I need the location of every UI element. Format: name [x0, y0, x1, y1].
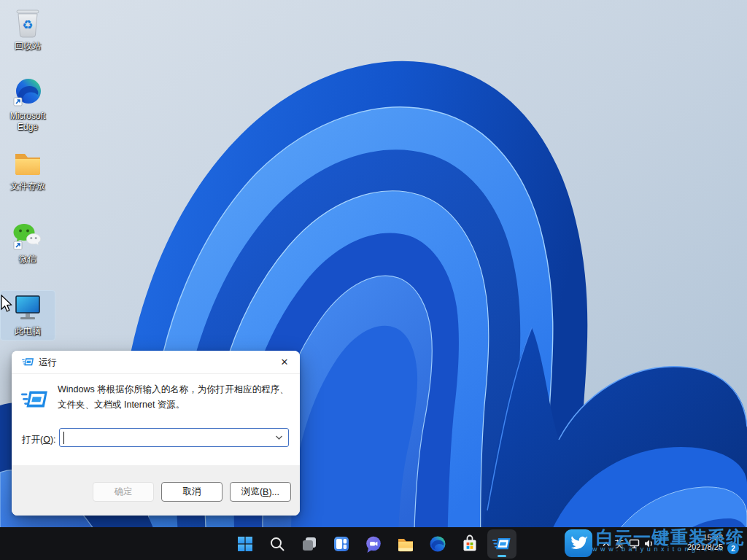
- tray-clock[interactable]: 15:33 2021/8/25: [687, 533, 723, 552]
- start-button[interactable]: [229, 527, 261, 560]
- cancel-button[interactable]: 取消: [161, 482, 222, 502]
- chevron-down-icon[interactable]: [275, 435, 283, 440]
- run-dialog-footer: 确定 取消 浏览(B)...: [12, 465, 300, 516]
- run-icon: [21, 388, 49, 411]
- desktop-icon-label: 文件存放: [1, 181, 55, 192]
- svg-text:♻: ♻: [22, 18, 33, 32]
- task-view-icon: [301, 535, 318, 553]
- search-icon: [268, 535, 286, 553]
- desktop-icon-label: 回收站: [1, 41, 55, 52]
- browse-button[interactable]: 浏览(B)...: [230, 482, 291, 502]
- wechat-icon: [11, 219, 44, 252]
- file-explorer-icon: [396, 534, 415, 553]
- run-window-icon: [22, 357, 34, 368]
- edge-icon: [428, 534, 447, 553]
- taskbar-center-icons: [229, 527, 518, 560]
- network-display-icon[interactable]: [629, 539, 641, 549]
- edge-taskbar-button[interactable]: [422, 527, 454, 560]
- ime-indicator[interactable]: 英: [615, 538, 624, 551]
- file-explorer-button[interactable]: [390, 527, 422, 560]
- tray-date: 2021/8/25: [687, 542, 723, 552]
- volume-icon[interactable]: [644, 539, 654, 548]
- desktop-icon-wechat[interactable]: 微信: [1, 219, 55, 265]
- tray-time: 15:33: [687, 533, 723, 542]
- run-dialog-title: 运行: [39, 357, 57, 369]
- run-combobox[interactable]: [59, 428, 289, 447]
- text-caret: [63, 432, 64, 444]
- desktop-icon-files[interactable]: 文件存放: [1, 146, 55, 192]
- run-icon: [492, 536, 511, 552]
- store-button[interactable]: [454, 527, 486, 560]
- run-dialog: 运行 ✕ Windows 将根据你所输入的名称，为你打开相应的程序、 文件夹、文…: [12, 351, 300, 516]
- search-button[interactable]: [261, 527, 293, 560]
- widgets-button[interactable]: [325, 527, 357, 560]
- this-pc-icon: [12, 292, 44, 323]
- ok-button[interactable]: 确定: [93, 482, 154, 502]
- chat-icon: [364, 534, 383, 553]
- desktop-icon-recycle-bin[interactable]: ♻ 回收站: [1, 6, 55, 52]
- recycle-bin-icon: ♻: [12, 6, 44, 39]
- desktop-icon-edge[interactable]: Microsoft Edge: [1, 76, 55, 133]
- run-dialog-titlebar[interactable]: 运行 ✕: [12, 351, 300, 374]
- task-view-button[interactable]: [293, 527, 325, 560]
- active-app-indicator: [498, 555, 506, 557]
- notification-badge[interactable]: 2: [727, 542, 739, 554]
- run-description-line2: 文件夹、文档或 Internet 资源。: [58, 399, 185, 411]
- desktop-icon-label: Microsoft Edge: [1, 111, 55, 133]
- taskbar-run-active[interactable]: [487, 529, 516, 559]
- run-description-line1: Windows 将根据你所输入的名称，为你打开相应的程序、: [58, 384, 289, 396]
- folder-icon: [12, 147, 44, 179]
- chat-button[interactable]: [357, 527, 390, 560]
- windows-start-icon: [236, 535, 254, 553]
- tray-chevron-up-icon[interactable]: [601, 540, 611, 548]
- run-input[interactable]: [63, 430, 267, 445]
- desktop-icon-label: 微信: [1, 254, 55, 265]
- open-label: 打开(O):: [22, 434, 56, 446]
- mouse-cursor: [0, 295, 12, 313]
- edge-icon: [11, 76, 44, 109]
- widgets-icon: [333, 535, 350, 553]
- microsoft-store-icon: [461, 534, 479, 553]
- taskbar: 英 15:33 2021/8/25 2: [0, 527, 747, 560]
- close-icon[interactable]: ✕: [274, 352, 295, 371]
- desktop-icon-label: 此电脑: [1, 326, 55, 337]
